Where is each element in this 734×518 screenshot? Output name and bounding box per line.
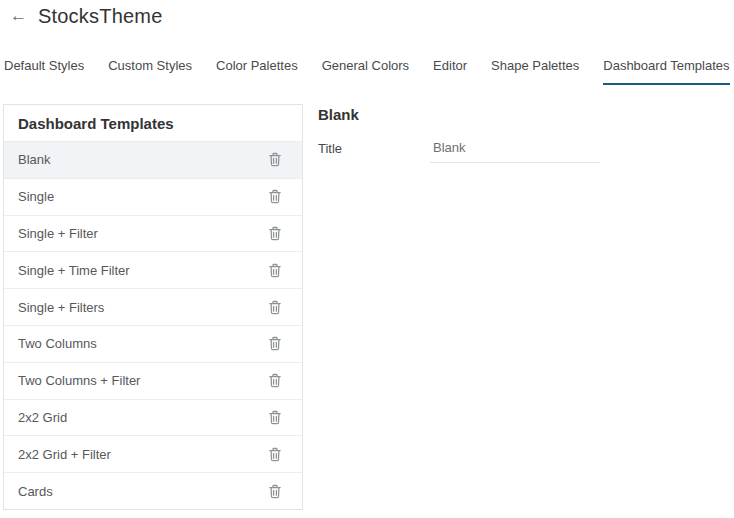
template-row-cards[interactable]: Cards: [4, 472, 302, 509]
trash-icon[interactable]: [268, 152, 282, 167]
trash-icon[interactable]: [268, 263, 282, 278]
template-row-label: Single + Time Filter: [18, 263, 268, 278]
trash-icon[interactable]: [268, 447, 282, 462]
tab-custom-styles[interactable]: Custom Styles: [108, 58, 192, 85]
templates-list: BlankSingleSingle + FilterSingle + Time …: [4, 141, 302, 509]
trash-icon[interactable]: [268, 336, 282, 351]
page-header: ← StocksTheme: [10, 4, 162, 28]
tab-editor[interactable]: Editor: [433, 58, 467, 85]
template-row-blank[interactable]: Blank: [4, 141, 302, 178]
template-row-single-time-filter[interactable]: Single + Time Filter: [4, 251, 302, 288]
templates-list-panel: Dashboard Templates BlankSingleSingle + …: [3, 104, 303, 510]
template-detail-panel: Blank Title: [318, 106, 724, 163]
title-form-row: Title: [318, 139, 724, 163]
template-row-label: 2x2 Grid + Filter: [18, 447, 268, 462]
trash-icon[interactable]: [268, 226, 282, 241]
title-input[interactable]: [430, 139, 600, 163]
template-row-label: Two Columns + Filter: [18, 373, 268, 388]
template-detail-heading: Blank: [318, 106, 724, 123]
template-row-2x2-grid-filter[interactable]: 2x2 Grid + Filter: [4, 435, 302, 472]
theme-editor-page: ← StocksTheme Default StylesCustom Style…: [0, 0, 734, 518]
template-row-label: Single + Filter: [18, 226, 268, 241]
tab-dashboard-templates[interactable]: Dashboard Templates: [603, 58, 729, 85]
template-row-single-filters[interactable]: Single + Filters: [4, 288, 302, 325]
template-row-2x2-grid[interactable]: 2x2 Grid: [4, 399, 302, 436]
trash-icon[interactable]: [268, 189, 282, 204]
tab-default-styles[interactable]: Default Styles: [4, 58, 84, 85]
template-row-single-filter[interactable]: Single + Filter: [4, 215, 302, 252]
trash-icon[interactable]: [268, 410, 282, 425]
title-label: Title: [318, 139, 430, 156]
tab-shape-palettes[interactable]: Shape Palettes: [491, 58, 579, 85]
template-row-two-columns-filter[interactable]: Two Columns + Filter: [4, 362, 302, 399]
template-row-label: Blank: [18, 152, 268, 167]
template-row-label: Two Columns: [18, 336, 268, 351]
template-row-single[interactable]: Single: [4, 178, 302, 215]
template-row-label: Single + Filters: [18, 300, 268, 315]
tab-bar: Default StylesCustom StylesColor Palette…: [4, 58, 730, 85]
trash-icon[interactable]: [268, 300, 282, 315]
trash-icon[interactable]: [268, 484, 282, 499]
trash-icon[interactable]: [268, 373, 282, 388]
tab-general-colors[interactable]: General Colors: [322, 58, 409, 85]
template-row-label: Cards: [18, 484, 268, 499]
templates-list-heading: Dashboard Templates: [4, 105, 302, 141]
template-row-label: Single: [18, 189, 268, 204]
tab-color-palettes[interactable]: Color Palettes: [216, 58, 298, 85]
page-title: StocksTheme: [38, 5, 162, 28]
back-arrow-icon[interactable]: ←: [10, 4, 27, 28]
template-row-label: 2x2 Grid: [18, 410, 268, 425]
template-row-two-columns[interactable]: Two Columns: [4, 325, 302, 362]
